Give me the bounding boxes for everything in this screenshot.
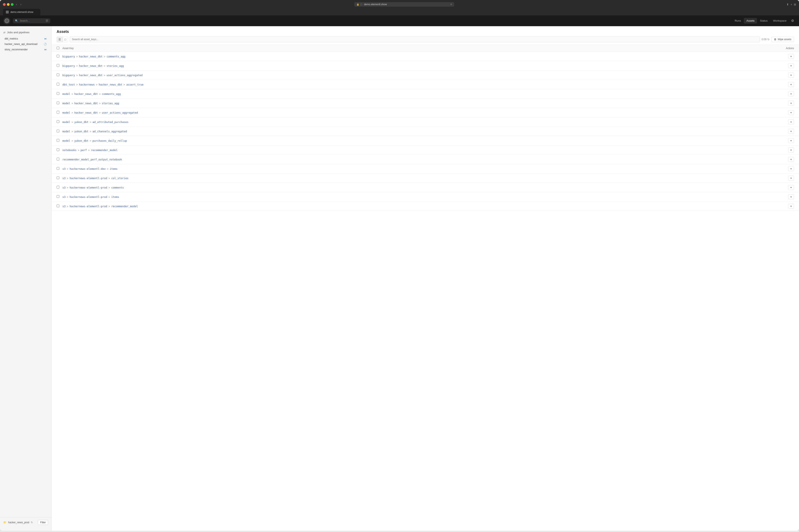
table-row[interactable]: model > yukon_dbt > ad_channels_aggregat… <box>52 127 799 136</box>
row-checkbox-input[interactable] <box>57 148 59 151</box>
table-row[interactable]: model > hacker_news_dbt > stories_agg▾ <box>52 99 799 108</box>
active-tab[interactable]: demo.elementl.show <box>3 9 40 15</box>
browser-actions: ⬆ + ⊞ <box>786 3 796 6</box>
action-dropdown-button[interactable]: ▾ <box>788 119 794 125</box>
row-checkbox-input[interactable] <box>57 73 59 76</box>
action-dropdown-button[interactable]: ▾ <box>788 176 794 180</box>
asset-key-path: model > yukon_dbt > purchases_daily_roll… <box>62 139 777 142</box>
table-row[interactable]: bigquery > hacker_news_dbt > stories_agg… <box>52 61 799 71</box>
new-tab-icon[interactable]: + <box>791 3 792 6</box>
nav-link-status[interactable]: Status <box>757 18 770 23</box>
search-assets-input[interactable] <box>70 36 760 42</box>
sidebar-toggle-icon[interactable]: ⊞ <box>794 3 796 6</box>
back-button[interactable]: ‹ <box>15 2 18 6</box>
path-segment: col_stories <box>111 177 129 180</box>
sidebar-item-hacker-news-api[interactable]: hacker_news_api_download 🕐 <box>1 41 50 47</box>
maximize-button[interactable] <box>11 3 14 6</box>
asset-key-path: bigquery > hacker_news_dbt > comments_ag… <box>62 55 777 58</box>
search-bar[interactable]: 🔍 Search... / <box>13 18 50 23</box>
row-checkbox-input[interactable] <box>57 139 59 142</box>
row-checkbox <box>57 92 62 95</box>
table-row[interactable]: s3 > hackernews-elementl-dev > items▾ <box>52 164 799 173</box>
address-bar[interactable]: 🔒 ⬡ demo.elementl.show ⟳ <box>354 2 454 7</box>
path-segment: s3 <box>62 167 65 170</box>
filter-button[interactable]: Filter <box>38 520 48 525</box>
path-separator: > <box>109 205 110 208</box>
close-button[interactable] <box>3 3 6 6</box>
action-dropdown-button[interactable]: ▾ <box>788 82 794 87</box>
row-checkbox-input[interactable] <box>57 130 59 132</box>
nav-link-assets[interactable]: Assets <box>744 18 757 23</box>
nav-link-runs[interactable]: Runs <box>732 18 743 23</box>
select-all-checkbox[interactable] <box>57 46 62 50</box>
action-dropdown-button[interactable]: ▾ <box>788 129 794 134</box>
action-dropdown-button[interactable]: ▾ <box>788 91 794 96</box>
action-dropdown-button[interactable]: ▾ <box>788 157 794 162</box>
action-dropdown-button[interactable]: ▾ <box>788 204 794 209</box>
action-dropdown-button[interactable]: ▾ <box>788 166 794 171</box>
select-all-input[interactable] <box>57 46 59 49</box>
row-checkbox-input[interactable] <box>57 83 59 86</box>
address-bar-icons: 🔒 ⬡ <box>357 3 362 6</box>
timer-refresh-icon[interactable]: ↻ <box>767 38 770 41</box>
action-dropdown-button[interactable]: ▾ <box>788 148 794 152</box>
row-actions: ▾ <box>777 176 794 180</box>
refresh-icon[interactable]: ↻ <box>31 521 33 524</box>
table-row[interactable]: bigquery > hacker_news_dbt > comments_ag… <box>52 52 799 61</box>
path-segment: hackernews-elementl-prod <box>70 177 107 180</box>
table-row[interactable]: s3 > hackernews-elementl-prod > comments… <box>52 183 799 192</box>
minimize-button[interactable] <box>7 3 9 6</box>
path-separator: > <box>90 139 91 142</box>
row-checkbox-input[interactable] <box>57 101 59 104</box>
settings-icon[interactable]: ⚙ <box>790 18 796 24</box>
top-nav: 🔍 Search... / Runs Assets Status Workspa… <box>0 15 799 26</box>
asset-key-path: model > hacker_news_dbt > comments_agg <box>62 92 777 95</box>
table-row[interactable]: notebooks > perf > recommender_model▾ <box>52 146 799 155</box>
table-row[interactable]: recommender_model_perf_output_notebook▾ <box>52 155 799 164</box>
path-segment: stories_agg <box>102 102 119 105</box>
table-row[interactable]: model > hacker_news_dbt > comments_agg▾ <box>52 89 799 99</box>
sidebar-item-dbt-metrics[interactable]: dbt_metrics ⏭ <box>1 36 50 41</box>
table-row[interactable]: model > yukon_dbt > ad_attributed_purcha… <box>52 117 799 127</box>
path-separator: > <box>123 83 125 86</box>
sidebar-item-story-recommender[interactable]: story_recommender ⏭ <box>1 47 50 52</box>
action-dropdown-button[interactable]: ▾ <box>788 54 794 59</box>
table-row[interactable]: s3 > hackernews-elementl-prod > items▾ <box>52 192 799 202</box>
row-checkbox-input[interactable] <box>57 64 59 67</box>
action-dropdown-button[interactable]: ▾ <box>788 63 794 68</box>
grid-view-button[interactable]: □ <box>63 37 68 42</box>
row-checkbox-input[interactable] <box>57 158 59 160</box>
row-checkbox-input[interactable] <box>57 186 59 189</box>
list-view-button[interactable]: ☰ <box>57 37 63 42</box>
timer-display: 0:09 ↻ <box>762 38 769 41</box>
table-row[interactable]: model > yukon_dbt > purchases_daily_roll… <box>52 136 799 146</box>
row-checkbox-input[interactable] <box>57 176 59 179</box>
action-dropdown-button[interactable]: ▾ <box>788 110 794 115</box>
row-checkbox-input[interactable] <box>57 167 59 170</box>
action-dropdown-button[interactable]: ▾ <box>788 73 794 78</box>
forward-button[interactable]: › <box>20 2 22 6</box>
table-row[interactable]: bigquery > hacker_news_dbt > user_action… <box>52 71 799 80</box>
table-row[interactable]: dbt_test > hackernews > hacker_news_dbt … <box>52 80 799 89</box>
row-checkbox-input[interactable] <box>57 205 59 207</box>
row-checkbox <box>57 55 62 58</box>
table-row[interactable]: s3 > hackernews-elementl-prod > col_stor… <box>52 173 799 183</box>
row-checkbox-input[interactable] <box>57 120 59 123</box>
table-row[interactable]: s3 > hackernews-elementl-prod > recommen… <box>52 202 799 211</box>
row-checkbox <box>57 64 62 68</box>
row-checkbox-input[interactable] <box>57 111 59 114</box>
share-icon[interactable]: ⬆ <box>786 3 789 6</box>
action-dropdown-button[interactable]: ▾ <box>788 185 794 190</box>
wipe-assets-button[interactable]: 🗑 Wipe assets <box>771 37 794 42</box>
sidebar-item-label: story_recommender <box>4 48 43 51</box>
nav-link-workspace[interactable]: Workspace <box>771 18 789 23</box>
row-checkbox <box>57 73 62 77</box>
action-dropdown-button[interactable]: ▾ <box>788 138 794 143</box>
row-checkbox-input[interactable] <box>57 195 59 198</box>
row-checkbox-input[interactable] <box>57 92 59 95</box>
path-segment: stories_agg <box>107 64 124 68</box>
action-dropdown-button[interactable]: ▾ <box>788 194 794 199</box>
action-dropdown-button[interactable]: ▾ <box>788 101 794 106</box>
row-checkbox-input[interactable] <box>57 55 59 57</box>
table-row[interactable]: model > hacker_news_dbt > user_actions_a… <box>52 108 799 117</box>
